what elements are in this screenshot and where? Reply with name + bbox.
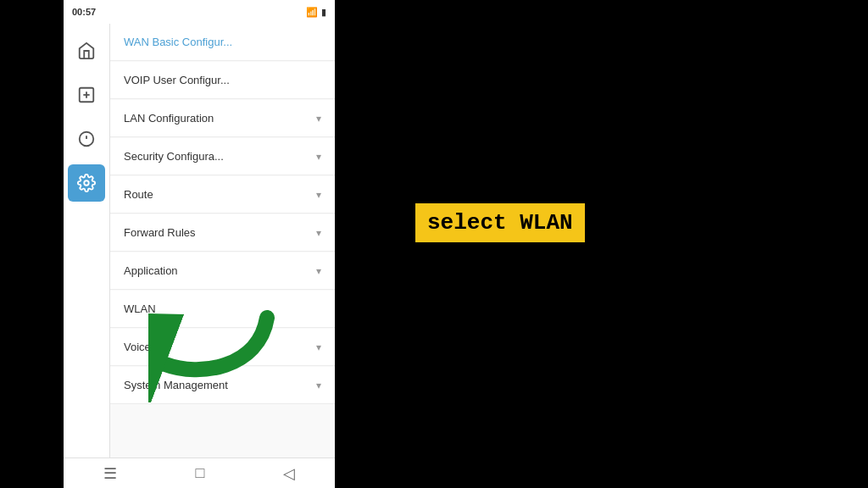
menu-item-wan-basic[interactable]: WAN Basic Configur...	[110, 24, 335, 61]
menu-item-wan-basic-label: WAN Basic Configur...	[124, 36, 232, 48]
menu-nav-icon[interactable]: ☰	[103, 464, 117, 483]
svg-point-6	[84, 180, 89, 186]
menu-item-application[interactable]: Application ▾	[110, 252, 335, 290]
menu-item-security-config[interactable]: Security Configura... ▾	[110, 138, 335, 175]
status-icons: 📶 ▮	[306, 7, 326, 18]
home-nav-icon[interactable]: □	[196, 464, 205, 482]
device-frame: 00:57 📶 ▮	[64, 0, 335, 488]
chevron-icon: ▾	[316, 151, 321, 163]
chevron-icon: ▾	[316, 380, 321, 391]
menu-item-forward-rules[interactable]: Forward Rules ▾	[110, 214, 335, 252]
chevron-icon: ▾	[316, 265, 321, 277]
menu-item-lan-config[interactable]: LAN Configuration ▾	[110, 100, 335, 137]
wifi-icon: 📶	[306, 7, 318, 18]
sidebar-item-settings[interactable]	[68, 164, 105, 202]
chevron-icon: ▾	[316, 341, 321, 353]
app-layout: WAN Basic Configur... VOIP User Configur…	[64, 24, 335, 458]
menu-item-voip-label: VOIP User Configur...	[124, 74, 230, 86]
menu-item-wlan-label: WLAN	[124, 302, 156, 315]
annotation-label: select WLAN	[415, 203, 585, 242]
menu-item-route-label: Route	[124, 188, 153, 201]
sidebar-item-home[interactable]	[68, 32, 105, 69]
chevron-icon: ▾	[316, 113, 321, 125]
menu-item-voice-label: Voice	[124, 341, 151, 353]
icon-sidebar	[64, 24, 110, 458]
battery-icon: ▮	[321, 7, 326, 18]
menu-item-system-label: System Management	[124, 379, 228, 391]
menu-item-forward-label: Forward Rules	[124, 226, 196, 239]
menu-item-lan-label: LAN Configuration	[124, 112, 214, 125]
menu-item-wlan[interactable]: WLAN	[110, 291, 335, 328]
annotation-text: select WLAN	[427, 210, 573, 236]
menu-item-voice[interactable]: Voice ▾	[110, 329, 335, 366]
menu-item-route[interactable]: Route ▾	[110, 176, 335, 214]
bottom-nav: ☰ □ ◁	[64, 458, 335, 488]
sidebar-item-add[interactable]	[68, 76, 105, 114]
menu-item-application-label: Application	[124, 264, 178, 277]
menu-item-security-label: Security Configura...	[124, 150, 224, 163]
menu-item-voip-user[interactable]: VOIP User Configur...	[110, 62, 335, 99]
status-time: 00:57	[72, 7, 96, 17]
chevron-icon: ▾	[316, 227, 321, 239]
sidebar-item-status[interactable]	[68, 120, 105, 158]
status-bar: 00:57 📶 ▮	[64, 0, 335, 24]
back-nav-icon[interactable]: ◁	[283, 464, 295, 483]
menu-item-system-management[interactable]: System Management ▾	[110, 367, 335, 404]
chevron-icon: ▾	[316, 189, 321, 201]
menu-panel: WAN Basic Configur... VOIP User Configur…	[110, 24, 335, 458]
